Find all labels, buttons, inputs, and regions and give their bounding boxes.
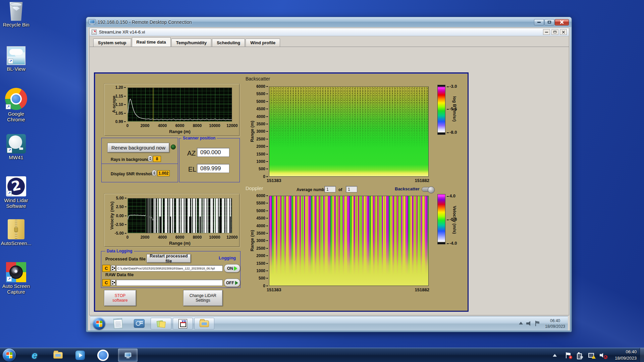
y-tick: 1.10 <box>115 102 126 107</box>
internet-explorer-icon[interactable]: e <box>29 350 40 361</box>
az-field[interactable]: 090.000 <box>197 148 229 157</box>
processed-data-file-label: Processed Data file <box>105 256 146 261</box>
control-panel-icon[interactable] <box>134 319 145 328</box>
remote-clock-date: 18/09/2023 <box>544 324 567 329</box>
desktop-icon-autoscreen-zip[interactable]: AutoScreen... <box>0 219 32 246</box>
drive-badge[interactable]: C <box>102 265 110 272</box>
rays-spinner[interactable] <box>148 156 152 162</box>
stop-software-button[interactable]: STOP software <box>104 290 136 306</box>
volume-icon[interactable] <box>526 321 532 326</box>
average-number-field[interactable]: 1 <box>324 186 336 192</box>
desktop-icon-recycle-bin[interactable]: Recycle Bin <box>0 2 32 27</box>
backscatter-toggle[interactable] <box>422 187 434 192</box>
tab-scheduling[interactable]: Scheduling <box>212 39 245 47</box>
desktop-icon-label: Auto Screen Capture <box>0 283 32 295</box>
notepad-icon[interactable] <box>114 318 122 328</box>
taskbar-button-notes[interactable] <box>151 318 171 329</box>
tab-wind-profile[interactable]: Wind profile <box>246 39 280 47</box>
velocity-xlabel: Range (m) <box>169 241 191 246</box>
processed-path-field[interactable]: C:\Lidar\Data\Proc\2023\202309\20230918\… <box>116 265 223 272</box>
tab-real-time-data[interactable]: Real time data <box>132 37 171 47</box>
app-titlebar[interactable]: StreamLine XR v14-6.vi <box>90 28 569 36</box>
taskbar-clock[interactable]: 06:40 18/09/2023 <box>606 349 637 362</box>
y-tick: 3000 <box>256 238 268 243</box>
snr-value[interactable]: 1.002 <box>157 170 170 176</box>
backscatter-title: Backscatter <box>246 76 270 81</box>
close-button[interactable] <box>560 29 567 35</box>
x-tick: 10000 <box>207 123 222 128</box>
backscatter-toggle-label: Backscatter <box>395 186 420 191</box>
desktop-icon-wind-lidar[interactable]: ↗ Wind Lidar Software <box>0 176 32 209</box>
wind-lidar-icon: ↗ <box>6 176 26 196</box>
start-button[interactable] <box>3 349 16 362</box>
average-of-field[interactable]: 1 <box>346 186 357 192</box>
x-tick: 12000 <box>225 235 239 240</box>
raw-logging-off-button[interactable]: OFF <box>224 279 240 287</box>
processed-logging-on-button[interactable]: ON <box>224 264 240 273</box>
change-lidar-settings-button[interactable]: Change LiDAR Settings <box>183 290 223 306</box>
rdp-titlebar[interactable]: 192.168.0.150 - Remote Desktop Connectio… <box>86 17 572 27</box>
desktop-icon-mw41[interactable]: ↗ MW41 <box>0 134 32 160</box>
minimize-button[interactable] <box>534 19 544 25</box>
remote-clock[interactable]: 06:40 18/09/2023 <box>544 318 567 330</box>
x-tick: 0 <box>120 123 135 128</box>
sticky-notes-icon <box>157 320 165 328</box>
close-icon <box>562 31 565 34</box>
y-tick: 2000 <box>256 144 268 149</box>
action-center-flag[interactable]: × <box>566 348 571 362</box>
desktop-icon-auto-screen-capture[interactable]: ↗ Auto Screen Capture <box>0 262 32 295</box>
show-desktop-button[interactable] <box>640 348 644 362</box>
file-explorer-icon[interactable] <box>52 350 64 361</box>
desktop-icon-label: Wind Lidar Software <box>0 197 32 209</box>
y-tick: 1000 <box>256 159 268 164</box>
rays-value[interactable]: 8 <box>153 156 161 162</box>
data-logging-title: Data Logging <box>105 249 134 253</box>
of-label: of <box>338 187 342 192</box>
tab-temp-humidity[interactable]: Temp/humidity <box>171 39 211 47</box>
off-label: OFF <box>226 281 234 285</box>
drive-badge[interactable]: C <box>102 279 110 286</box>
desktop-icon-bl-view[interactable]: ↗ BL-View <box>0 46 32 72</box>
main-panel: A-scope 1.201.151.101.050.99 <box>94 72 469 312</box>
network-warning-icon[interactable] <box>588 348 595 362</box>
tab-system-setup[interactable]: System setup <box>93 39 131 47</box>
action-center-flag-icon[interactable] <box>535 321 540 326</box>
restart-processed-file-button[interactable]: Restart processed file <box>147 254 191 263</box>
doppler-x-start: 151383 <box>267 287 281 292</box>
snr-threshold-label: Display SNR threshold <box>111 172 154 176</box>
ascope-plot <box>127 87 232 122</box>
velocity-plot <box>127 198 232 233</box>
close-button[interactable] <box>555 19 569 25</box>
power-icon[interactable] <box>576 348 583 362</box>
backscatter-yticks: 6000550050004500400035003000250020001500… <box>253 84 268 179</box>
media-player-icon[interactable] <box>74 350 86 361</box>
colorbar-tick: -8.0 <box>447 130 457 135</box>
taskbar-button-explorer[interactable] <box>194 318 214 329</box>
ie-glyph: e <box>32 350 38 361</box>
vi-file-icon <box>92 29 97 35</box>
taskbar-button-rdp-active[interactable] <box>118 349 138 362</box>
renew-background-button[interactable]: Renew background now <box>107 143 169 153</box>
start-button[interactable] <box>93 317 105 330</box>
snr-spinner[interactable] <box>152 170 156 176</box>
minimize-button[interactable] <box>543 29 550 35</box>
desktop-icon-google-chrome[interactable]: ↗ Google Chrome <box>0 88 32 123</box>
raw-path-field[interactable] <box>116 280 223 286</box>
restore-button[interactable] <box>551 29 558 35</box>
el-field[interactable]: 089.999 <box>197 164 229 173</box>
chrome-taskbar-icon[interactable] <box>97 350 109 361</box>
tray-expand-icon[interactable] <box>519 322 523 324</box>
plot-cursor[interactable] <box>153 88 153 121</box>
clock-date: 18/09/2023 <box>606 355 637 362</box>
tray-expand[interactable] <box>553 348 557 362</box>
volume-muted-icon[interactable] <box>600 348 606 362</box>
colorbar-tick: -4.0 <box>447 241 457 246</box>
remote-taskbar: XR 06:40 18/09/2023 <box>90 316 568 330</box>
average-number-label: Average number <box>297 187 328 192</box>
y-tick: 5500 <box>256 201 268 205</box>
shortcut-arrow-icon: ↗ <box>6 104 11 109</box>
y-tick: 5.00 <box>116 196 126 200</box>
taskbar-button-streamline[interactable]: XR <box>173 318 193 329</box>
x-tick: 12000 <box>225 123 239 128</box>
maximize-button[interactable] <box>544 19 554 25</box>
